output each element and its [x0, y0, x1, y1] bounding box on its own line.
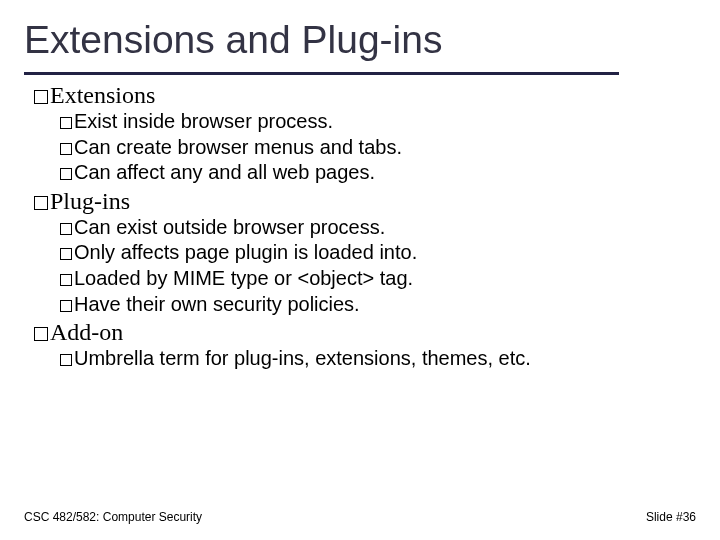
- bullet-icon: [60, 223, 72, 235]
- list-item: Have their own security policies.: [60, 292, 696, 318]
- section-items-plugins: Can exist outside browser process. Only …: [60, 215, 696, 317]
- list-item: Loaded by MIME type or <object> tag.: [60, 266, 696, 292]
- heading-text: Plug-ins: [50, 188, 130, 214]
- item-text: Can affect any and all web pages.: [74, 161, 375, 183]
- section-heading-extensions: Extensions: [34, 82, 696, 109]
- title-underline: [24, 72, 619, 75]
- list-item: Can create browser menus and tabs.: [60, 135, 696, 161]
- bullet-icon: [60, 117, 72, 129]
- footer-course: CSC 482/582: Computer Security: [24, 510, 202, 524]
- bullet-icon: [34, 196, 48, 210]
- bullet-icon: [60, 274, 72, 286]
- bullet-icon: [60, 248, 72, 260]
- list-item: Only affects page plugin is loaded into.: [60, 240, 696, 266]
- item-text: Umbrella term for plug-ins, extensions, …: [74, 347, 531, 369]
- footer-slide-number: Slide #36: [646, 510, 696, 524]
- section-items-addon: Umbrella term for plug-ins, extensions, …: [60, 346, 696, 372]
- list-item: Exist inside browser process.: [60, 109, 696, 135]
- item-text: Only affects page plugin is loaded into.: [74, 241, 417, 263]
- bullet-icon: [60, 354, 72, 366]
- bullet-icon: [34, 327, 48, 341]
- item-text: Can exist outside browser process.: [74, 216, 385, 238]
- section-items-extensions: Exist inside browser process. Can create…: [60, 109, 696, 186]
- bullet-icon: [60, 168, 72, 180]
- list-item: Umbrella term for plug-ins, extensions, …: [60, 346, 696, 372]
- item-text: Loaded by MIME type or <object> tag.: [74, 267, 413, 289]
- slide-content: Extensions Exist inside browser process.…: [34, 80, 696, 374]
- bullet-icon: [60, 300, 72, 312]
- list-item: Can affect any and all web pages.: [60, 160, 696, 186]
- bullet-icon: [60, 143, 72, 155]
- list-item: Can exist outside browser process.: [60, 215, 696, 241]
- heading-text: Extensions: [50, 82, 155, 108]
- item-text: Exist inside browser process.: [74, 110, 333, 132]
- bullet-icon: [34, 90, 48, 104]
- item-text: Can create browser menus and tabs.: [74, 136, 402, 158]
- slide-title: Extensions and Plug-ins: [24, 18, 442, 62]
- heading-text: Add-on: [50, 319, 123, 345]
- section-heading-plugins: Plug-ins: [34, 188, 696, 215]
- section-heading-addon: Add-on: [34, 319, 696, 346]
- item-text: Have their own security policies.: [74, 293, 360, 315]
